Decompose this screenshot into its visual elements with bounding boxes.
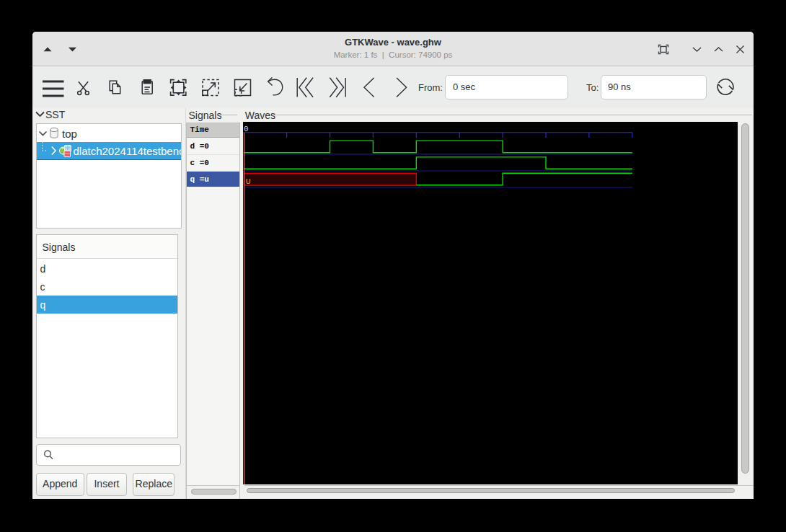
svg-text:0: 0 (244, 124, 249, 133)
svg-text:U: U (246, 176, 251, 185)
